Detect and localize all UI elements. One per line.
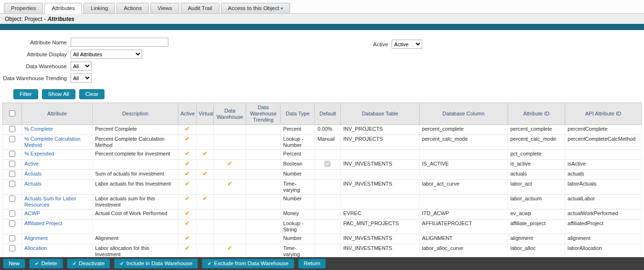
attribute-name-label: Attribute Name [0, 40, 71, 45]
attribute-id-cell: labor_act [508, 180, 565, 195]
row-checkbox[interactable] [9, 151, 15, 157]
include-in-data-warehouse-button[interactable]: ✔Include in Data Warehouse [114, 259, 198, 269]
column-header-database-column[interactable]: Database Column [419, 103, 508, 125]
database-table-cell: INV_INVESTMENTS [341, 180, 419, 195]
clear-button[interactable]: Clear [79, 89, 104, 99]
active-select[interactable]: Active [392, 40, 422, 49]
tab-attributes[interactable]: Attributes [44, 3, 82, 14]
data-type-cell: Number [280, 170, 315, 180]
gold-check-icon: ✔ [185, 160, 190, 167]
tab-properties[interactable]: Properties [4, 3, 43, 13]
tab-views[interactable]: Views [150, 3, 179, 13]
chevron-down-icon: ▾ [279, 6, 283, 11]
tab-actions[interactable]: Actions [116, 3, 149, 13]
default-cell [315, 160, 341, 170]
row-checkbox[interactable] [9, 210, 15, 217]
tab-audit-trail[interactable]: Audit Trail [181, 3, 219, 13]
attribute-link[interactable]: Actuals [24, 181, 42, 187]
active-filter-group: Active Active [373, 40, 422, 49]
data-warehouse-select[interactable]: All [71, 62, 92, 71]
return-button[interactable]: Return [298, 259, 326, 269]
attribute-link[interactable]: Actuals Sum for Labor Resources [24, 196, 76, 208]
row-select-cell [3, 219, 22, 234]
column-header-active[interactable]: Active [178, 103, 197, 125]
attribute-link[interactable]: % Expended [24, 151, 54, 156]
active-cell: ✔ [178, 244, 197, 259]
column-header-description[interactable]: Description [93, 103, 178, 125]
attribute-cell: Affiliated Project [22, 219, 93, 234]
row-checkbox[interactable] [9, 196, 15, 202]
row-checkbox[interactable] [9, 171, 15, 177]
row-checkbox[interactable] [9, 245, 15, 251]
data-type-cell: Time-varying [280, 244, 315, 259]
database-table-cell: INV_PROJECTS [341, 125, 419, 135]
row-checkbox[interactable] [9, 161, 15, 167]
row-checkbox[interactable] [9, 136, 15, 142]
table-row: AllocationLabor allocation for this Inve… [3, 244, 642, 259]
default-cell [315, 195, 341, 209]
column-header-data-type[interactable]: Data Type [280, 103, 315, 125]
attribute-id-cell: labor_alloc [508, 244, 565, 259]
attribute-link[interactable]: % Complete [24, 126, 53, 132]
gold-check-icon: ✔ [185, 125, 190, 132]
tab-linking[interactable]: Linking [83, 3, 115, 13]
attribute-link[interactable]: Allocation [24, 245, 47, 251]
attribute-display-select[interactable]: All Attributes [71, 50, 142, 59]
data-warehouse-trending-cell [246, 195, 280, 209]
select-all-header [3, 103, 22, 125]
column-header-attribute-id[interactable]: Attribute ID [508, 103, 565, 125]
table-row: AlignmentAlignment✔NumberINV_INVESTMENTS… [3, 234, 642, 244]
database-column-cell [419, 150, 508, 160]
section-divider-bar [0, 24, 644, 30]
tab-access-to-this-object[interactable]: Access to this Object ▾ [221, 3, 290, 13]
exclude-from-data-warehouse-button[interactable]: ✔Exclude from Data Warehouse [202, 259, 294, 269]
attribute-display-label: Attribute Display [0, 52, 71, 57]
attribute-name-input[interactable] [71, 38, 168, 47]
attribute-cell: % Complete [22, 125, 93, 135]
gold-check-icon: ✔ [185, 245, 190, 251]
data-warehouse-trending-cell [246, 234, 280, 244]
row-checkbox[interactable] [9, 126, 15, 132]
column-header-default[interactable]: Default [315, 103, 341, 125]
data-warehouse-cell [214, 125, 246, 135]
select-all-checkbox[interactable] [9, 110, 15, 116]
data-warehouse-cell [214, 170, 246, 180]
attribute-cell: Actuals Sum for Labor Resources [22, 195, 93, 209]
attribute-link[interactable]: ACWP [24, 210, 40, 216]
column-header-attribute[interactable]: Attribute [22, 103, 93, 125]
data-warehouse-cell: ✔ [214, 180, 246, 195]
column-header-data-warehouse-trending[interactable]: Data Warehouse Trending [246, 103, 280, 125]
row-checkbox[interactable] [9, 235, 15, 241]
attribute-id-cell: pct_complete [508, 150, 565, 160]
active-cell: ✔ [178, 135, 197, 150]
show-all-button[interactable]: Show All [42, 89, 75, 99]
api-attribute-id-cell: isActive [565, 160, 641, 170]
column-header-database-table[interactable]: Database Table [341, 103, 419, 125]
column-header-virtual[interactable]: Virtual [197, 103, 214, 125]
attribute-link[interactable]: Actuals [24, 171, 42, 177]
description-cell: Percent complete for investment [93, 150, 178, 160]
attribute-id-cell: alignment [508, 234, 565, 244]
filter-button[interactable]: Filter [13, 89, 38, 99]
table-row: Affiliated Project✔Lookup - StringPAC_MN… [3, 219, 642, 234]
delete-button[interactable]: ✔Delete [29, 259, 63, 269]
column-header-api-attribute-id[interactable]: API Attribute ID [565, 103, 641, 125]
attribute-link[interactable]: % Complete Calculation Method [24, 136, 80, 148]
attribute-link[interactable]: Alignment [24, 235, 48, 241]
api-attribute-id-cell: affiliatedProject [565, 219, 641, 234]
new-button[interactable]: New [3, 259, 25, 269]
attribute-link[interactable]: Active [24, 161, 39, 166]
gold-check-icon: ✔ [185, 135, 190, 142]
data-warehouse-trending-cell [246, 209, 280, 219]
data-type-cell: Boolean [280, 160, 315, 170]
table-row: Actuals Sum for Labor ResourcesLabor act… [3, 195, 642, 209]
column-header-data-warehouse[interactable]: Data Warehouse [214, 103, 246, 125]
data-warehouse-trending-select[interactable]: All [71, 73, 92, 83]
row-checkbox[interactable] [9, 220, 15, 227]
active-cell: ✔ [178, 234, 197, 244]
row-checkbox[interactable] [9, 181, 15, 187]
active-cell: ✔ [178, 125, 197, 135]
api-attribute-id-cell: actuals [565, 170, 641, 180]
attribute-link[interactable]: Affiliated Project [24, 220, 62, 226]
deactivate-button[interactable]: ✔Deactivate [67, 259, 111, 269]
